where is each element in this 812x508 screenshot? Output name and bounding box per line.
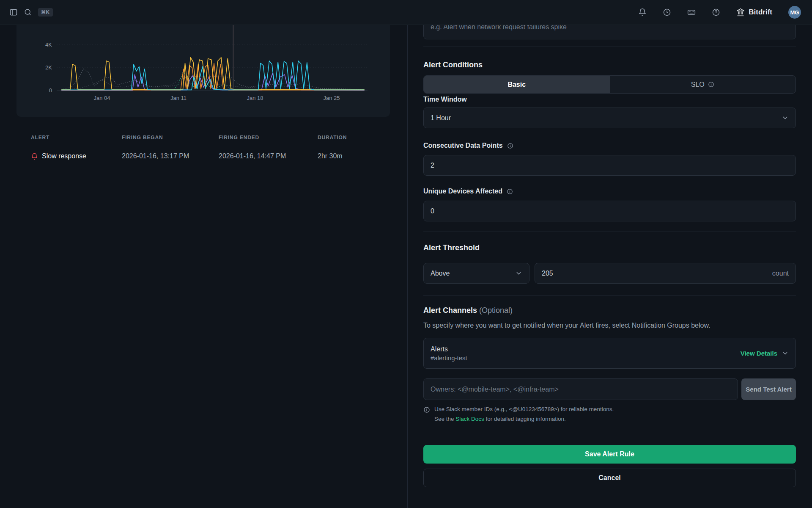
search-icon [24,8,32,17]
alert-conditions-heading: Alert Conditions [423,61,796,69]
alert-channels-description: To specify where you want to get notifie… [423,322,796,329]
send-test-alert-button[interactable]: Send Test Alert [741,378,796,400]
alert-threshold-heading: Alert Threshold [423,243,796,252]
svg-text:Jan 18: Jan 18 [247,95,263,101]
alert-metric-chart-card: 6K4K2K0Jan 04Jan 11Jan 18Jan 25 [16,25,390,117]
landmark-icon [736,8,745,17]
alert-name: Slow response [42,152,86,160]
time-window-select[interactable]: 1 Hour [423,108,796,128]
view-details-link[interactable]: View Details [741,350,777,357]
col-header-firing-ended: Firing Ended [219,135,318,141]
col-header-firing-began: Firing Began [122,135,219,141]
save-alert-rule-button[interactable]: Save Alert Rule [423,445,796,464]
firing-ended-cell: 2026-01-16, 14:47 PM [219,152,318,160]
tab-slo[interactable]: SLO [610,76,796,93]
divider [423,232,796,232]
col-header-alert: Alert [31,135,122,141]
info-icon [507,188,513,195]
divider [423,295,796,295]
notifications-button[interactable] [638,8,647,17]
brand-label: Bitdrift [749,8,772,17]
svg-text:4K: 4K [45,41,52,48]
svg-text:Jan 04: Jan 04 [93,95,110,101]
alert-rule-form: e.g. Alert when network request failures… [407,25,812,508]
search-button[interactable] [24,8,32,17]
threshold-unit-label: count [772,270,789,277]
owners-field [423,378,738,400]
alert-description-input[interactable]: e.g. Alert when network request failures… [423,25,796,39]
alerts-table-header: Alert Firing Began Firing Ended Duration [31,135,407,141]
chevron-down-icon [782,114,789,121]
tab-basic-label: Basic [508,81,526,88]
notification-group-name: Alerts [431,345,467,353]
divider [423,47,796,47]
left-pane: 6K4K2K0Jan 04Jan 11Jan 18Jan 25 Alert Fi… [0,25,407,508]
condition-mode-switch: Basic SLO [423,75,796,94]
owners-input[interactable] [431,386,731,393]
unique-devices-input[interactable] [431,207,789,215]
view-details-control[interactable]: View Details [741,350,789,357]
keyboard-icon [687,8,696,17]
help-button[interactable] [712,8,720,17]
firing-began-cell: 2026-01-16, 13:17 PM [122,152,219,160]
threshold-comparator-value: Above [431,270,450,277]
slack-note-text: Use Slack member IDs (e.g., <@U012345678… [434,406,614,422]
info-icon [507,143,513,149]
avatar[interactable]: MG [788,6,801,19]
alerts-table: Alert Firing Began Firing Ended Duration… [31,135,407,160]
svg-text:Jan 11: Jan 11 [170,95,187,101]
slack-note: Use Slack member IDs (e.g., <@U012345678… [423,406,796,422]
optional-label: (Optional) [479,306,513,315]
sidebar-toggle-button[interactable] [9,8,18,17]
consecutive-data-points-input[interactable] [431,162,789,169]
tab-basic[interactable]: Basic [424,76,610,93]
alert-metric-chart: 6K4K2K0Jan 04Jan 11Jan 18Jan 25 [16,25,390,117]
topbar: ⌘K Bitdrift MG [0,0,812,25]
svg-text:0: 0 [49,87,52,94]
col-header-duration: Duration [318,135,381,141]
alert-name-cell: Slow response [31,152,122,160]
shortcuts-button[interactable] [687,8,696,17]
unique-devices-label: Unique Devices Affected [423,188,796,195]
alert-description-placeholder: e.g. Alert when network request failures… [431,25,567,31]
notification-group-channel: #alerting-test [431,354,467,362]
svg-text:Jan 25: Jan 25 [324,95,340,101]
threshold-comparator-select[interactable]: Above [423,263,529,284]
time-window-label: Time Window [423,96,796,103]
table-row[interactable]: Slow response 2026-01-16, 13:17 PM 2026-… [31,152,407,160]
owners-row: Send Test Alert [423,378,796,400]
duration-cell: 2hr 30m [318,152,381,160]
chevron-down-icon [782,350,789,357]
tab-slo-label: SLO [691,81,705,88]
notification-group-info: Alerts #alerting-test [431,345,467,362]
slack-note-line1: Use Slack member IDs (e.g., <@U012345678… [434,406,614,412]
svg-text:2K: 2K [45,64,52,71]
search-shortcut-badge[interactable]: ⌘K [38,8,53,17]
threshold-value-input[interactable] [542,270,772,277]
threshold-value-field: count [535,263,796,284]
slack-docs-link[interactable]: Slack Docs [455,416,484,422]
consecutive-data-points-label: Consecutive Data Points [423,142,796,149]
chevron-down-icon [515,270,522,277]
cancel-button[interactable]: Cancel [423,469,796,487]
topbar-right: Bitdrift MG [638,6,801,19]
bell-icon [638,8,647,17]
topbar-left: ⌘K [9,8,53,17]
sidebar-toggle-icon [9,8,18,17]
slo-info-icon [708,81,714,88]
recent-activity-button[interactable] [663,8,671,17]
notification-group-card[interactable]: Alerts #alerting-test View Details [423,338,796,369]
unique-devices-field [423,201,796,221]
alert-firing-icon [31,153,38,160]
brand[interactable]: Bitdrift [736,8,772,17]
threshold-row: Above count [423,263,796,284]
info-icon [423,406,430,422]
main-content: 6K4K2K0Jan 04Jan 11Jan 18Jan 25 Alert Fi… [0,25,812,508]
clock-icon [663,8,671,17]
app-root: ⌘K Bitdrift MG 6K4K2K0J [0,0,812,508]
time-window-value: 1 Hour [431,114,451,122]
slack-note-line2: See the Slack Docs for detailed tagging … [434,416,614,422]
consecutive-data-points-field [423,155,796,176]
help-icon [712,8,720,17]
alert-channels-heading: Alert Channels (Optional) [423,306,796,315]
